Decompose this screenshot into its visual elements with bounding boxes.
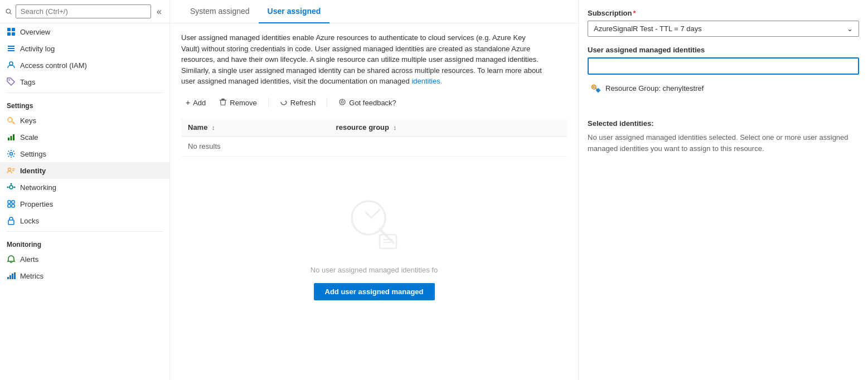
svg-rect-15	[11, 136, 12, 140]
sidebar-item-metrics[interactable]: Metrics	[0, 267, 169, 284]
sidebar-item-label: Settings	[20, 150, 46, 158]
content-area: User assigned managed identities enable …	[170, 23, 578, 380]
sort-icon-name: ↕	[212, 124, 215, 131]
svg-point-18	[8, 168, 11, 171]
identities-link[interactable]: identities.	[411, 77, 442, 85]
col-resource-group[interactable]: resource group ↕	[329, 119, 567, 137]
svg-rect-16	[13, 134, 14, 140]
sidebar-item-activity-log[interactable]: Activity log	[0, 40, 169, 57]
tab-bar: System assigned User assigned	[170, 0, 578, 23]
empty-state: No user assigned managed identities fo A…	[181, 157, 567, 311]
sidebar-item-label: Access control (IAM)	[20, 61, 87, 70]
selected-desc: No user assigned managed identities sele…	[588, 132, 859, 154]
identities-field: User assigned managed identities Resourc…	[588, 46, 859, 97]
svg-rect-5	[12, 32, 15, 36]
svg-point-24	[11, 183, 12, 185]
monitoring-section-header: Monitoring	[0, 234, 169, 251]
properties-icon	[7, 199, 16, 208]
grid-icon	[7, 27, 16, 36]
selected-label: Selected identities:	[588, 119, 859, 128]
toolbar: + Add Remove Refresh Got	[181, 96, 567, 110]
svg-rect-29	[12, 201, 14, 203]
remove-button[interactable]: Remove	[215, 96, 261, 110]
feedback-button[interactable]: Got feedback?	[334, 96, 401, 110]
search-input[interactable]	[16, 4, 151, 18]
sidebar-item-label: Tags	[20, 78, 35, 86]
sidebar-item-label: Keys	[20, 116, 36, 125]
toolbar-divider-2	[327, 97, 327, 108]
no-results-text: No results	[181, 136, 329, 156]
svg-point-40	[341, 101, 343, 103]
sidebar-item-label: Locks	[20, 217, 39, 225]
person-icon	[7, 61, 16, 70]
svg-rect-34	[9, 275, 11, 279]
data-table: Name ↕ resource group ↕ No results	[181, 119, 567, 157]
sidebar-item-label: Properties	[20, 200, 53, 208]
divider-2	[7, 231, 163, 232]
sidebar-item-identity[interactable]: Identity	[0, 162, 169, 179]
svg-rect-14	[8, 138, 9, 140]
svg-rect-33	[7, 277, 9, 279]
bell-icon	[7, 255, 16, 264]
svg-point-23	[14, 187, 16, 188]
main-content: System assigned User assigned User assig…	[170, 0, 578, 380]
sidebar-item-tags[interactable]: Tags	[0, 74, 169, 90]
subscription-dropdown[interactable]: AzureSignalR Test - TTL = 7 days ⌄	[588, 21, 859, 37]
refresh-icon	[280, 98, 288, 108]
sidebar-item-label: Alerts	[20, 255, 38, 264]
scale-icon	[7, 133, 16, 142]
sidebar-item-label: Activity log	[20, 45, 55, 53]
svg-point-21	[9, 186, 13, 189]
svg-rect-2	[7, 28, 11, 31]
sidebar-item-access-control[interactable]: Access control (IAM)	[0, 57, 169, 74]
sidebar-item-settings[interactable]: Settings	[0, 145, 169, 162]
metrics-icon	[7, 271, 16, 280]
sidebar-item-networking[interactable]: Networking	[0, 179, 169, 196]
gear-icon	[7, 149, 16, 158]
svg-point-10	[8, 79, 9, 80]
refresh-button[interactable]: Refresh	[275, 96, 321, 110]
svg-rect-6	[8, 46, 14, 47]
lock-icon	[7, 216, 16, 225]
tab-system-assigned[interactable]: System assigned	[181, 0, 259, 23]
sidebar-item-label: Overview	[20, 28, 50, 36]
table-row-no-results: No results	[181, 136, 567, 156]
trash-icon	[219, 98, 227, 108]
svg-point-11	[8, 118, 12, 122]
sidebar-item-keys[interactable]: Keys	[0, 112, 169, 129]
add-button[interactable]: + Add	[181, 96, 210, 109]
sidebar-item-locks[interactable]: Locks	[0, 212, 169, 229]
sidebar-item-label: Metrics	[20, 272, 43, 280]
svg-rect-7	[8, 48, 14, 49]
identities-input[interactable]	[588, 57, 859, 75]
svg-line-1	[10, 12, 12, 14]
empty-state-icon	[341, 190, 408, 257]
add-user-assigned-button[interactable]: Add user assigned managed	[314, 283, 435, 300]
svg-point-48	[593, 86, 595, 88]
key-icon	[7, 116, 16, 125]
sidebar-item-scale[interactable]: Scale	[0, 129, 169, 145]
svg-rect-28	[8, 201, 11, 203]
svg-rect-3	[12, 28, 15, 31]
svg-point-0	[6, 9, 10, 13]
sort-icon-rg: ↕	[394, 124, 397, 131]
key-diamond-icon	[590, 82, 601, 94]
right-panel: Subscription* AzureSignalR Test - TTL = …	[578, 0, 868, 380]
identity-list: Resource Group: chenyltestref	[588, 79, 859, 97]
identity-item[interactable]: Resource Group: chenyltestref	[588, 79, 859, 97]
tab-user-assigned[interactable]: User assigned	[259, 0, 330, 23]
sidebar-item-overview[interactable]: Overview	[0, 23, 169, 40]
search-bar: «	[0, 0, 169, 23]
col-name[interactable]: Name ↕	[181, 119, 329, 137]
sidebar-item-alerts[interactable]: Alerts	[0, 251, 169, 267]
sidebar-item-label: Scale	[20, 133, 38, 142]
identities-label: User assigned managed identities	[588, 46, 859, 54]
svg-rect-32	[8, 220, 14, 225]
svg-rect-38	[221, 99, 225, 100]
collapse-button[interactable]: «	[154, 6, 164, 18]
search-icon	[6, 8, 12, 16]
identity-icon	[7, 166, 16, 175]
sidebar-item-properties[interactable]: Properties	[0, 196, 169, 212]
svg-rect-4	[7, 32, 11, 36]
settings-section-header: Settings	[0, 95, 169, 112]
